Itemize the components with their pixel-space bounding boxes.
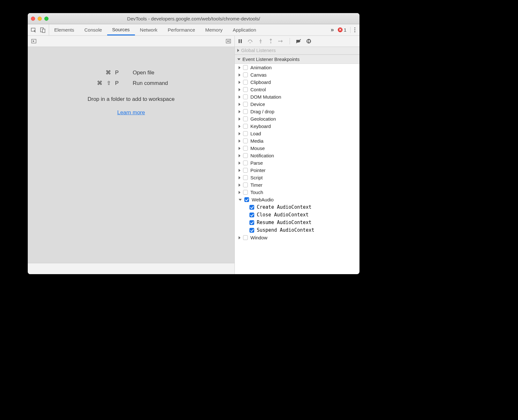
category-clipboard[interactable]: Clipboard (235, 79, 359, 86)
category-notification[interactable]: Notification (235, 152, 359, 159)
category-media[interactable]: Media (235, 137, 359, 145)
svg-point-16 (307, 39, 311, 43)
checkbox[interactable] (243, 161, 248, 165)
category-device[interactable]: Device (235, 101, 359, 108)
category-keyboard[interactable]: Keyboard (235, 123, 359, 130)
checkbox[interactable] (243, 139, 248, 143)
checkbox[interactable] (243, 153, 248, 158)
inspect-controls (28, 24, 49, 35)
checkbox[interactable] (243, 124, 248, 129)
category-script[interactable]: Script (235, 174, 359, 181)
show-navigator-icon[interactable] (31, 38, 37, 44)
learn-more-link[interactable]: Learn more (117, 109, 145, 116)
svg-rect-17 (307, 40, 308, 42)
tab-elements[interactable]: Elements (49, 24, 79, 35)
category-parse[interactable]: Parse (235, 159, 359, 167)
category-animation[interactable]: Animation (235, 64, 359, 71)
checkbox[interactable] (243, 183, 248, 187)
checkbox[interactable] (243, 190, 248, 195)
checkbox[interactable] (249, 213, 254, 217)
category-load[interactable]: Load (235, 130, 359, 137)
checkbox[interactable] (249, 228, 254, 233)
tab-performance[interactable]: Performance (163, 24, 200, 35)
svg-rect-18 (309, 40, 310, 42)
more-tabs-icon[interactable]: » (331, 26, 334, 33)
pause-on-exceptions-icon[interactable] (306, 38, 312, 44)
step-icon[interactable] (278, 38, 284, 44)
category-touch[interactable]: Touch (235, 189, 359, 196)
checkbox[interactable] (243, 87, 248, 92)
tab-network[interactable]: Network (135, 24, 163, 35)
pane-event-listener-breakpoints[interactable]: Event Listener Breakpoints (235, 55, 359, 64)
checkbox[interactable] (249, 205, 254, 210)
checkbox[interactable] (249, 220, 254, 225)
dropzone[interactable]: ⌘ P Open file ⌘ ⇧ P Run command Drop in … (28, 47, 234, 263)
category-label: Notification (250, 153, 274, 158)
breakpoint-resume-audiocontext[interactable]: Resume AudioContext (235, 219, 359, 226)
category-webaudio[interactable]: WebAudio (235, 196, 359, 203)
expand-icon (237, 49, 239, 52)
tab-memory[interactable]: Memory (200, 24, 228, 35)
checkbox[interactable] (243, 168, 248, 173)
category-mouse[interactable]: Mouse (235, 145, 359, 152)
svg-rect-2 (42, 29, 45, 33)
category-dom-mutation[interactable]: DOM Mutation (235, 93, 359, 101)
drop-message: Drop in a folder to add to workspace (87, 96, 174, 102)
error-badge[interactable]: ✕ 1 (338, 27, 346, 33)
tab-application[interactable]: Application (228, 24, 261, 35)
checkbox[interactable] (244, 197, 249, 202)
separator (350, 27, 351, 33)
checkbox[interactable] (243, 146, 248, 151)
breakpoint-create-audiocontext[interactable]: Create AudioContext (235, 203, 359, 211)
step-over-icon[interactable] (248, 38, 253, 44)
inspect-element-icon[interactable] (31, 27, 37, 33)
expand-icon (239, 73, 241, 77)
shortcut-open-file: ⌘ P Open file (66, 69, 196, 76)
category-geolocation[interactable]: Geolocation (235, 115, 359, 123)
checkbox[interactable] (243, 72, 248, 77)
checkbox[interactable] (243, 116, 248, 121)
tab-console[interactable]: Console (79, 24, 107, 35)
checkbox[interactable] (243, 94, 248, 99)
checkbox[interactable] (243, 131, 248, 136)
shortcut-run-command: ⌘ ⇧ P Run command (66, 80, 196, 86)
svg-rect-7 (241, 39, 242, 43)
checkbox[interactable] (243, 109, 248, 114)
error-dot-icon: ✕ (338, 27, 343, 32)
checkbox[interactable] (243, 65, 248, 70)
category-canvas[interactable]: Canvas (235, 71, 359, 79)
category-timer[interactable]: Timer (235, 181, 359, 189)
sources-left-panel: ⌘ P Open file ⌘ ⇧ P Run command Drop in … (28, 36, 235, 274)
category-pointer[interactable]: Pointer (235, 167, 359, 174)
pause-icon[interactable] (237, 38, 243, 44)
category-drag-drop[interactable]: Drag / drop (235, 108, 359, 115)
checkbox[interactable] (243, 235, 248, 240)
kebab-menu-icon[interactable] (354, 27, 356, 32)
category-window[interactable]: Window (235, 234, 359, 241)
deactivate-breakpoints-icon[interactable] (296, 38, 301, 44)
breakpoint-suspend-audiocontext[interactable]: Suspend AudioContext (235, 226, 359, 234)
webaudio-children: Create AudioContextClose AudioContextRes… (235, 203, 359, 234)
sources-toolbar (28, 36, 234, 47)
svg-point-12 (270, 42, 271, 43)
checkbox[interactable] (243, 102, 248, 107)
svg-point-14 (278, 41, 279, 41)
step-out-icon[interactable] (268, 38, 274, 44)
expand-icon (239, 154, 241, 157)
category-label: Timer (250, 182, 263, 188)
category-label: WebAudio (252, 197, 274, 202)
category-label: Touch (250, 190, 263, 195)
checkbox[interactable] (243, 175, 248, 180)
breakpoint-close-audiocontext[interactable]: Close AudioContext (235, 211, 359, 219)
category-label: Media (250, 138, 263, 144)
pane-global-listeners[interactable]: Global Listeners (235, 47, 359, 55)
category-label: Device (250, 101, 265, 107)
category-control[interactable]: Control (235, 86, 359, 93)
checkbox[interactable] (243, 80, 248, 85)
tab-sources[interactable]: Sources (107, 24, 135, 35)
expand-icon (239, 139, 241, 143)
device-toolbar-icon[interactable] (40, 27, 46, 33)
step-into-icon[interactable] (258, 38, 263, 44)
show-debugger-icon[interactable] (226, 38, 231, 44)
expand-icon (239, 117, 241, 121)
